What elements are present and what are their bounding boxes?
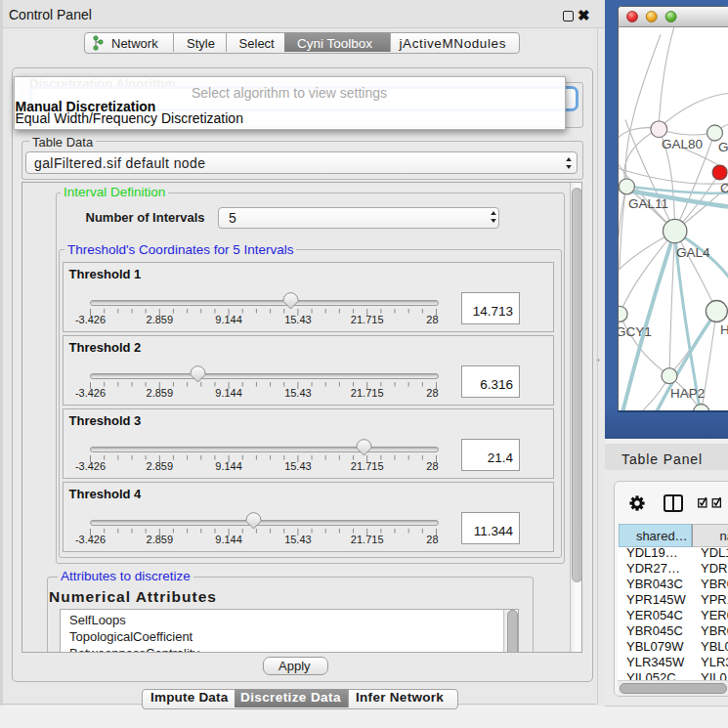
svg-text:GAL11: GAL11	[628, 195, 668, 210]
svg-text:HAP2: HAP2	[670, 385, 705, 400]
svg-text:C: C	[720, 180, 728, 194]
svg-text:GA: GA	[718, 139, 728, 153]
svg-text:GAL4: GAL4	[676, 244, 710, 259]
svg-text:HI: HI	[720, 321, 728, 336]
svg-text:GAL80: GAL80	[662, 136, 703, 150]
svg-text:GCY1: GCY1	[619, 323, 652, 338]
